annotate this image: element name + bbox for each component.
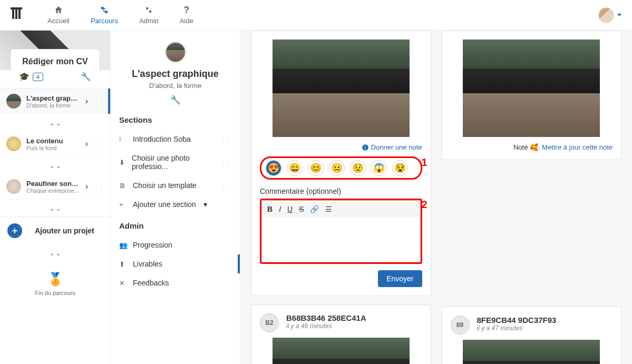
collapse-toggle[interactable]: ⌄⌄ [0,244,110,261]
italic-button[interactable]: I [279,205,281,213]
entry-photo [273,338,410,364]
settings-button[interactable]: 🔧 [81,72,91,82]
underline-button[interactable]: U [287,205,293,213]
sidebar-project-contenu[interactable]: Le contenu Puis le fond › ⋮⋮ [0,131,110,157]
sidebar-project-peaufiner[interactable]: Peaufiner son CV Chaque entreprise est .… [0,174,110,200]
nav-label: Parcours [91,17,118,25]
route-icon [100,5,109,15]
plus-icon: + [7,223,22,238]
caret-down-icon: ▾ [203,200,207,209]
emoji-option[interactable]: 😐 [329,160,345,176]
drag-handle-icon[interactable]: ⋮⋮ [93,99,104,104]
list-button[interactable]: ☰ [325,205,332,213]
admin-label: Progression [133,241,172,249]
wrench-icon: 🔧 [170,95,181,104]
project-sub: D'abord, la forme [26,102,80,109]
admin-item-feedbacks[interactable]: ✕ Feedbacks [119,273,231,292]
project-sub: Puis le fond [26,145,80,151]
nav-parcours[interactable]: Parcours [91,5,118,25]
collapse-toggle[interactable]: ⌄⌄ [0,114,110,131]
cogs-icon [144,5,153,15]
section-settings-button[interactable]: 🔧 [119,95,231,105]
end-of-course[interactable]: 🏅 Fin du parcours [0,261,110,307]
emoji-option[interactable]: 😍 [266,160,281,176]
rating-emoji-row: 😍 😄 😊 😐 😟 😱 😵 [260,156,422,180]
nav-aide[interactable]: ? Aide [180,5,193,25]
submission-card-right: Noté 🥰. Mettre à jour cette note [442,31,622,160]
admin-item-progression[interactable]: 👥 Progression [119,235,231,254]
nav-home[interactable]: Accueil [47,5,70,25]
main-content: Donner une note 😍 😄 😊 😐 😟 😱 😵 Commentair… [240,31,632,364]
noted-label: Noté [513,143,528,151]
editor-toolbar: B I U S 🔗 ☰ [261,200,421,218]
emoji-option[interactable]: 😟 [350,160,366,176]
admin-label: Feedbacks [133,279,169,287]
info-icon [362,144,369,151]
caret-down-icon [617,14,621,16]
drag-handle-icon[interactable]: ⋮⋮ [93,184,104,190]
emoji-option[interactable]: 😵 [392,160,408,176]
project-sub: Chaque entreprise est ... [26,188,80,194]
update-note-link[interactable]: Mettre à jour cette note [542,143,612,151]
nav-label: Aide [180,17,193,25]
entry-photo [463,340,600,364]
entry-time: il y a 47 minutes [477,324,557,332]
nav-label: Admin [139,17,159,25]
top-nav: Accueil Parcours Admin ? Aide [0,0,632,31]
project-thumb [6,94,21,109]
entry-card: 89 8FE9CB44 9DC37F93 il y a 47 minutes [442,307,622,364]
section-label: Introduction Soba [133,135,191,143]
user-menu[interactable] [598,7,621,23]
section-label: Choisir une photo professio... [132,154,215,171]
collapse-toggle[interactable]: ⌄⌄ [0,200,110,217]
comment-label: Commentaire (optionnel) [260,187,422,195]
admin-item-livrables[interactable]: ⬆ Livrables [119,254,231,273]
feedback-icon: ✕ [119,279,127,287]
svg-point-0 [146,7,149,10]
graduate-badge[interactable]: 🎓 4 [19,72,43,82]
link-button[interactable]: 🔗 [310,205,319,213]
project-thumb [6,136,21,151]
drag-handle-icon[interactable]: ⋮⋮ [221,160,231,165]
section-thumb [164,41,187,63]
section-item-intro[interactable]: ! Introduction Soba ⋮⋮ [119,130,231,149]
drag-handle-icon[interactable]: ⋮⋮ [221,183,231,189]
emoji-option[interactable]: 😄 [287,160,303,176]
users-icon: 👥 [119,241,127,249]
send-button[interactable]: Envoyer [378,270,422,287]
sidebar-sections: L'aspect graphique D'abord, la forme 🔧 S… [111,31,240,364]
nav-admin[interactable]: Admin [139,5,159,25]
sidebar-project-aspect[interactable]: L'aspect graphique D'abord, la forme › ⋮… [0,88,110,114]
emoji-option[interactable]: 😱 [371,160,387,176]
add-section-button[interactable]: + Ajouter une section ▾ [119,195,231,214]
drag-handle-icon[interactable]: ⋮⋮ [221,136,231,142]
section-item-photo[interactable]: ⬇ Choisir une photo professio... ⋮⋮ [119,149,231,176]
project-title: Peaufiner son CV [26,180,80,188]
sections-heading: Sections [119,115,231,124]
section-sub: D'abord, la forme [119,82,231,90]
collapse-toggle[interactable]: ⌄⌄ [0,157,110,174]
drag-handle-icon[interactable]: ⋮⋮ [93,141,104,147]
section-title: L'aspect graphique [119,68,231,80]
project-title: Le contenu [26,137,80,145]
download-icon: ⬇ [119,159,125,166]
strike-button[interactable]: S [299,205,304,213]
emoji-option[interactable]: 😊 [308,160,324,176]
laurel-icon: 🏅 [0,272,110,287]
give-note-link[interactable]: Donner une note [260,143,422,151]
give-note-text: Donner une note [371,143,422,151]
entry-name: B68B3B46 258EC41A [286,313,366,322]
comment-editor[interactable] [261,218,421,262]
cv-badges: 🎓 4 🔧 [0,72,110,88]
upload-icon: ⬆ [119,260,127,268]
add-project-button[interactable]: + Ajouter un projet [0,217,110,244]
admin-label: Livrables [133,260,162,268]
exclamation-icon: ! [119,135,127,143]
chevron-right-icon: › [85,96,88,106]
question-icon: ? [182,5,191,15]
wrench-icon: 🔧 [81,72,91,81]
section-item-template[interactable]: 🗎 Choisir un template ⋮⋮ [119,176,231,195]
bold-button[interactable]: B [267,205,273,213]
document-icon: 🗎 [119,182,127,190]
plus-icon: + [119,201,127,209]
